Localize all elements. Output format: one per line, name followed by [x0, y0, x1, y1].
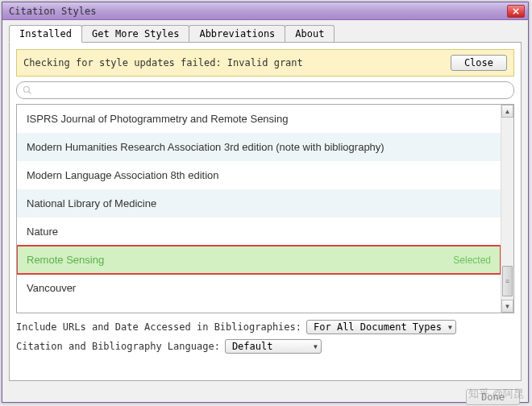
- scroll-down-button[interactable]: ▼: [501, 300, 513, 313]
- chevron-down-icon: ▼: [314, 343, 318, 350]
- option-language: Citation and Bibliography Language: Defa…: [16, 339, 514, 354]
- scroll-up-button[interactable]: ▲: [501, 105, 513, 118]
- tab-label: Get More Styles: [92, 28, 179, 39]
- list-item[interactable]: National Library of Medicine: [17, 189, 501, 218]
- dropdown-value: For All Document Types: [314, 321, 442, 333]
- citation-styles-window: Citation Styles Installed Get More Style…: [2, 2, 529, 403]
- style-name: Nature: [27, 226, 491, 238]
- tab-about[interactable]: About: [285, 25, 335, 42]
- window-title: Citation Styles: [6, 6, 507, 17]
- include-urls-dropdown[interactable]: For All Document Types ▼: [306, 320, 456, 334]
- close-icon: [513, 8, 519, 14]
- titlebar: Citation Styles: [2, 2, 528, 20]
- svg-line-1: [29, 92, 31, 94]
- dropdown-value: Default: [232, 341, 273, 352]
- style-name: ISPRS Journal of Photogrammetry and Remo…: [27, 113, 491, 125]
- tab-label: Abbreviations: [199, 28, 275, 39]
- dialog-footer: Done: [2, 386, 528, 406]
- tab-panel-installed: Checking for style updates failed: Inval…: [9, 43, 522, 381]
- option-include-urls: Include URLs and Date Accessed in Biblio…: [16, 320, 514, 334]
- list-item[interactable]: Modern Language Association 8th edition: [17, 161, 501, 189]
- tab-get-more-styles[interactable]: Get More Styles: [81, 25, 189, 42]
- list-item[interactable]: Vancouver: [17, 274, 501, 302]
- search-container: [16, 81, 514, 99]
- language-label: Citation and Bibliography Language:: [16, 341, 220, 352]
- list-item[interactable]: Modern Humanities Research Association 3…: [17, 133, 501, 161]
- done-button[interactable]: Done: [466, 389, 520, 405]
- list-item[interactable]: ISPRS Journal of Photogrammetry and Remo…: [17, 105, 501, 133]
- selected-badge: Selected: [453, 255, 491, 266]
- style-name: Remote Sensing: [27, 254, 453, 266]
- notice-close-button[interactable]: Close: [451, 55, 507, 71]
- content-area: Installed Get More Styles Abbreviations …: [2, 20, 528, 386]
- chevron-down-icon: ▼: [448, 324, 452, 331]
- tab-abbreviations[interactable]: Abbreviations: [189, 25, 285, 42]
- list-item[interactable]: Nature: [17, 218, 501, 246]
- styles-list-container: ISPRS Journal of Photogrammetry and Remo…: [16, 104, 514, 313]
- notice-message: Checking for style updates failed: Inval…: [23, 57, 451, 68]
- list-item-selected[interactable]: Remote Sensing Selected: [17, 246, 501, 274]
- svg-point-0: [24, 87, 30, 93]
- style-name: Vancouver: [27, 282, 491, 294]
- style-name: Modern Humanities Research Association 3…: [27, 141, 491, 153]
- search-input[interactable]: [16, 81, 514, 99]
- options-area: Include URLs and Date Accessed in Biblio…: [16, 320, 514, 354]
- styles-list: ISPRS Journal of Photogrammetry and Remo…: [17, 105, 501, 313]
- search-icon: [23, 85, 32, 95]
- style-name: National Library of Medicine: [27, 197, 491, 209]
- style-name: Modern Language Association 8th edition: [27, 169, 491, 181]
- tab-label: Installed: [19, 28, 72, 39]
- include-urls-label: Include URLs and Date Accessed in Biblio…: [16, 321, 301, 333]
- scroll-thumb[interactable]: [502, 266, 513, 296]
- scrollbar[interactable]: ▲ ▼: [501, 105, 513, 313]
- language-dropdown[interactable]: Default ▼: [225, 339, 322, 354]
- tab-label: About: [295, 28, 324, 39]
- tab-installed[interactable]: Installed: [9, 25, 82, 43]
- notice-bar: Checking for style updates failed: Inval…: [16, 49, 514, 77]
- window-close-button[interactable]: [507, 5, 525, 18]
- tab-bar: Installed Get More Styles Abbreviations …: [9, 25, 522, 43]
